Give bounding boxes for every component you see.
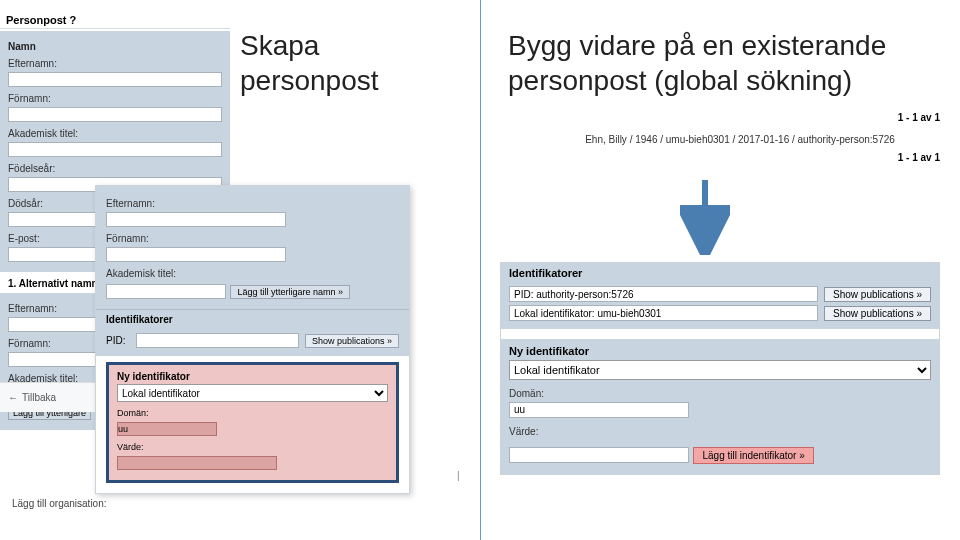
firstname-label: Förnamn:: [8, 93, 222, 104]
right-doman-label: Domän:: [509, 388, 931, 399]
firstname-input[interactable]: [8, 107, 222, 122]
front-lastname-label: Efternamn:: [106, 198, 399, 209]
acadtitle-label: Akademisk titel:: [8, 128, 222, 139]
name-section-label: Namn: [8, 41, 222, 52]
result-count-bottom: 1 - 1 av 1: [898, 152, 940, 163]
varde-input[interactable]: [117, 456, 277, 470]
slide-marker: |: [457, 470, 460, 481]
existing-person-panel: Identifikatorer Show publications » Show…: [500, 262, 940, 475]
search-result-line[interactable]: Ehn, Billy / 1946 / umu-bieh0301 / 2017-…: [540, 134, 940, 145]
front-firstname-label: Förnamn:: [106, 233, 399, 244]
lastname-input[interactable]: [8, 72, 222, 87]
show-publications-button[interactable]: Show publications »: [305, 334, 399, 348]
doman-label: Domän:: [117, 408, 388, 418]
new-identifier-box: Ny identifikator Lokal identifikator Dom…: [106, 362, 399, 483]
show-publications-button-1[interactable]: Show publications »: [824, 287, 931, 302]
right-varde-input[interactable]: [509, 447, 689, 463]
birthyear-label: Födelseår:: [8, 163, 222, 174]
pid-field[interactable]: [509, 286, 818, 302]
add-names-button[interactable]: Lägg till ytterligare namn »: [230, 285, 350, 299]
newid-select[interactable]: Lokal identifikator: [117, 384, 388, 402]
arrow-down-icon: [680, 175, 730, 255]
right-newid-heading: Ny identifikator: [509, 345, 931, 357]
right-identifiers-heading: Identifikatorer: [509, 267, 931, 283]
back-link[interactable]: Tillbaka: [8, 392, 56, 403]
local-id-field[interactable]: [509, 305, 818, 321]
front-acadtitle-input[interactable]: [106, 284, 226, 299]
right-varde-label: Värde:: [509, 426, 931, 437]
identifiers-heading: Identifikatorer: [96, 309, 409, 329]
pid-label: PID:: [106, 335, 136, 346]
form-heading: Personpost ?: [0, 12, 230, 29]
front-acadtitle-label: Akademisk titel:: [106, 268, 399, 279]
right-doman-input[interactable]: [509, 402, 689, 418]
lastname-label: Efternamn:: [8, 58, 222, 69]
acadtitle-input[interactable]: [8, 142, 222, 157]
front-lastname-input[interactable]: [106, 212, 286, 227]
pid-input[interactable]: [136, 333, 299, 348]
right-newid-select[interactable]: Lokal identifikator: [509, 360, 931, 380]
front-firstname-input[interactable]: [106, 247, 286, 262]
vertical-divider: [480, 0, 481, 540]
result-count-top: 1 - 1 av 1: [898, 112, 940, 123]
add-org-label: Lägg till organisation:: [12, 498, 107, 509]
left-title: Skapa personpost: [240, 28, 379, 98]
right-title: Bygg vidare på en existerande personpost…: [508, 28, 960, 98]
varde-label: Värde:: [117, 442, 388, 452]
doman-input[interactable]: [117, 422, 217, 436]
show-publications-button-2[interactable]: Show publications »: [824, 306, 931, 321]
newid-heading: Ny identifikator: [117, 371, 388, 382]
create-person-form-front: Efternamn: Förnamn: Akademisk titel: Läg…: [95, 185, 410, 494]
add-identifier-button[interactable]: Lägg till indentifikator »: [693, 447, 813, 464]
